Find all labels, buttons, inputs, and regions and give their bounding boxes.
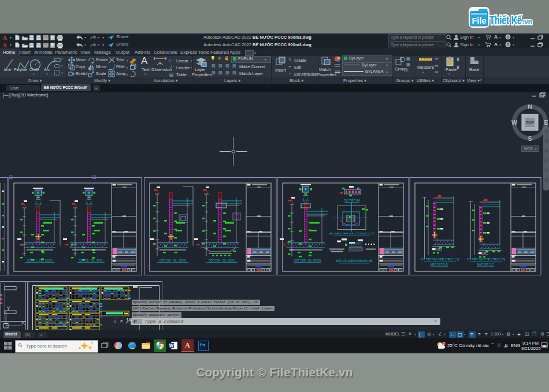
svg-text:1: 1 [443,342,445,345]
svg-text:E: E [544,119,548,126]
svg-text:CỘT C1A - (SL: 02CK): CỘT C1A - (SL: 02CK) [159,259,187,262]
svg-text:Y: Y [6,305,10,311]
svg-text:WCS: WCS [524,147,533,151]
svg-text:N: N [528,103,532,110]
svg-text:CỘT C2 - (SL: 9CK): CỘT C2 - (SL: 9CK) [79,259,102,262]
svg-text:CHI TIẾT VÁCH BỂ ( TRỤC 3-5): CHI TIẾT VÁCH BỂ ( TRỤC 3-5) [467,257,506,261]
svg-text:MẬT CẮT ĐIỂN HÌNH ĐÁY BỂ: MẬT CẮT ĐIỂN HÌNH ĐÁY BỂ [336,259,373,263]
svg-text:CỘT C2A - (SL: 01CK): CỘT C2A - (SL: 01CK) [209,259,236,262]
svg-text:W: W [511,119,517,126]
svg-text:W: W [169,343,174,348]
svg-text:MẬT CẮT C-C: MẬT CẮT C-C [477,262,494,266]
svg-text:CHI TIẾT GM: CHI TIẾT GM [344,199,360,202]
svg-text:1 - 1: 1 - 1 [35,201,41,204]
svg-text:2 - 2: 2 - 2 [86,201,92,204]
svg-text:MẬT CẮT D-D: MẬT CẮT D-D [431,262,448,266]
svg-text:S: S [528,135,532,142]
svg-text:CỘT C6B - (SL: 04CK): CỘT C6B - (SL: 04CK) [294,259,321,262]
svg-text:CHI TIẾT VÁCH BỂ ( TRỤC 1-3): CHI TIẾT VÁCH BỂ ( TRỤC 1-3) [421,257,459,261]
svg-text:TOP: TOP [526,121,535,125]
svg-text:1 - 1: 1 - 1 [303,197,309,201]
svg-text:CỘT C1 - (SL: 10CK): CỘT C1 - (SL: 10CK) [27,259,53,262]
svg-text:MẬT BẰNG THÉP GIA CƯỜNG ĐỒT CỘ: MẬT BẰNG THÉP GIA CƯỜNG ĐỒT CỘT [329,232,375,235]
